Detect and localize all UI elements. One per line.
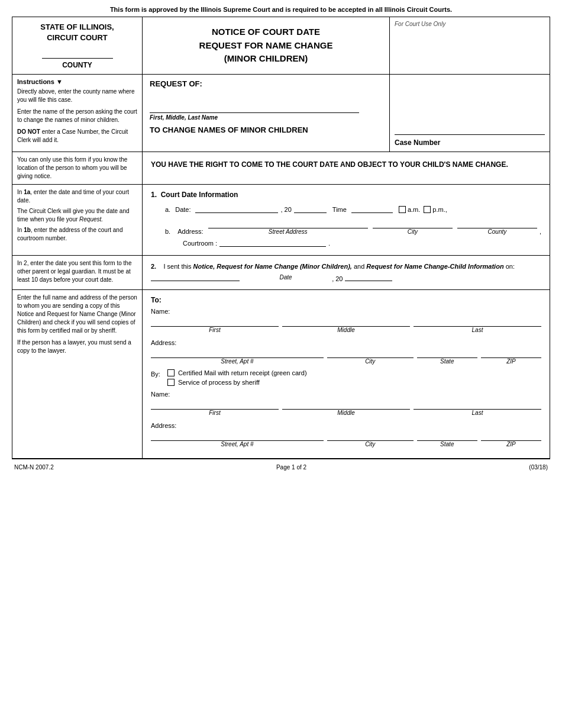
name2-fields-row: First Middle Last: [151, 400, 541, 416]
state2-input[interactable]: [417, 431, 477, 441]
first-name1-label: First: [151, 327, 279, 333]
to-label: To:: [151, 296, 541, 304]
time-input[interactable]: [351, 204, 393, 213]
street-address-label: Street Address: [208, 228, 368, 235]
state-title: STATE OF ILLINOIS, CIRCUIT COURT: [18, 22, 136, 43]
date-input[interactable]: [195, 204, 278, 213]
case-number-top: [395, 79, 545, 131]
city1-input[interactable]: [327, 349, 414, 358]
name1-fields-row: First Middle Last: [151, 317, 541, 333]
notice-instructions-column: You can only use this form if you know t…: [12, 152, 143, 184]
s2-text-part3: on:: [506, 263, 515, 270]
street-apt1-input[interactable]: [151, 349, 324, 358]
am-option[interactable]: a.m.: [399, 206, 420, 213]
request-label: REQUEST OF:: [150, 79, 382, 88]
middle-name1-input[interactable]: [282, 317, 410, 327]
by-row: By: Certified Mail with return receipt (…: [151, 369, 541, 386]
courtroom-row: Courtroom : .: [183, 237, 541, 247]
top-notice: This form is approved by the Illinois Su…: [12, 6, 550, 13]
address2-label: Address:: [151, 422, 176, 429]
form-title: NOTICE OF COURT DATE REQUEST FOR NAME CH…: [199, 25, 333, 66]
city-input[interactable]: [373, 219, 453, 228]
case-number-divider: Case Number: [395, 134, 545, 147]
city2-input[interactable]: [327, 431, 414, 441]
recipient2-address-group: Address: Street, Apt # City: [151, 422, 541, 447]
last-name1-input[interactable]: [414, 317, 541, 327]
courtroom-period: .: [328, 240, 330, 247]
courtroom-input[interactable]: [219, 237, 326, 247]
to-main-column: To: Name: First Middle: [143, 290, 550, 458]
address1-fields-row: Street, Apt # City State ZIP: [151, 349, 541, 365]
middle-name1-field: Middle: [282, 317, 410, 333]
state2-field: State: [417, 431, 477, 447]
am-label: a.m.: [408, 206, 420, 213]
date-code: (03/18): [529, 464, 548, 471]
s2-date-input[interactable]: [151, 272, 240, 281]
certified-mail-option[interactable]: Certified Mail with return receipt (gree…: [167, 369, 307, 376]
court-label: CIRCUIT COURT: [47, 33, 108, 42]
pm-option[interactable]: p.m.,: [424, 206, 447, 213]
section2-main-column: 2. I sent this Notice, Request for Name …: [143, 256, 550, 289]
county-field-label: County: [457, 228, 537, 235]
middle-name1-label: Middle: [282, 327, 410, 333]
notice-main-column: YOU HAVE THE RIGHT TO COME TO THE COURT …: [143, 152, 550, 184]
case-number-column: Case Number: [390, 75, 550, 152]
recipient2-name-group: Name: First Middle Last: [151, 391, 541, 416]
zip2-label: ZIP: [481, 441, 541, 447]
to-instructions-column: Enter the full name and address of the p…: [12, 290, 143, 458]
county-label: COUNTY: [18, 61, 136, 69]
for-court-use-label: For Court Use Only: [395, 21, 545, 27]
certified-mail-checkbox[interactable]: [167, 369, 175, 376]
section2-text: 2. I sent this Notice, Request for Name …: [151, 262, 541, 284]
street-address-input[interactable]: [208, 219, 368, 228]
section-1-header: 1. Court Date Information: [151, 191, 541, 199]
zip2-input[interactable]: [481, 431, 541, 441]
street-apt2-input[interactable]: [151, 431, 324, 441]
zip1-input[interactable]: [481, 349, 541, 358]
first-name1-input[interactable]: [151, 317, 279, 327]
recipient1-name-group: Name: First Middle Last: [151, 308, 541, 333]
last-name2-input[interactable]: [414, 400, 541, 410]
first-name2-input[interactable]: [151, 400, 279, 410]
sheriff-checkbox[interactable]: [167, 379, 175, 386]
street-apt1-label: Street, Apt #: [151, 358, 324, 365]
instructions-toggle[interactable]: Instructions ▼: [17, 78, 63, 85]
sheriff-option[interactable]: Service of process by sheriff: [167, 379, 307, 386]
section2-instructions-column: In 2, enter the date you sent this form …: [12, 256, 143, 289]
footer: NCM-N 2007.2 Page 1 of 2 (03/18): [12, 459, 550, 471]
last-name1-label: Last: [414, 327, 541, 333]
city-label: City: [373, 228, 453, 235]
notice-bold-text: YOU HAVE THE RIGHT TO COME TO THE COURT …: [151, 159, 541, 170]
street-apt2-label: Street, Apt #: [151, 441, 324, 447]
year-input[interactable]: [294, 204, 327, 213]
instruction-p1: Directly above, enter the county name wh…: [17, 88, 137, 104]
name-input-line[interactable]: [150, 100, 359, 113]
last-name2-field: Last: [414, 400, 541, 416]
by-label: By:: [151, 371, 160, 378]
first-name2-field: First: [151, 400, 279, 416]
form-number: NCM-N 2007.2: [14, 464, 54, 471]
case-number-label: Case Number: [395, 138, 545, 147]
s2-text-part2: and: [354, 263, 366, 270]
s2-year-input[interactable]: [345, 272, 392, 281]
date-label: Date:: [175, 206, 190, 213]
middle-name2-label: Middle: [282, 410, 410, 416]
zip1-label: ZIP: [481, 358, 541, 365]
header-left-panel: STATE OF ILLINOIS, CIRCUIT COURT COUNTY: [12, 17, 143, 74]
to-instruction-p1: Enter the full name and address of the p…: [17, 294, 137, 335]
pm-checkbox[interactable]: [424, 206, 431, 213]
city2-label: City: [327, 441, 414, 447]
time-label: Time: [332, 206, 347, 213]
am-checkbox[interactable]: [399, 206, 406, 213]
instruction-p3: DO NOT enter a Case Number, the Circuit …: [17, 128, 137, 144]
state1-input[interactable]: [417, 349, 477, 358]
to-change-label: TO CHANGE NAMES OF MINOR CHILDREN: [150, 125, 382, 134]
county-input[interactable]: [457, 219, 537, 228]
notice-instruction-text: You can only use this form if you know t…: [17, 156, 137, 181]
pm-label: p.m.,: [432, 206, 447, 213]
middle-name2-input[interactable]: [282, 400, 410, 410]
county-input-line[interactable]: [42, 48, 113, 59]
by-options-group: Certified Mail with return receipt (gree…: [167, 369, 307, 386]
last-name2-label: Last: [414, 410, 541, 416]
street-apt1-field: Street, Apt #: [151, 349, 324, 365]
